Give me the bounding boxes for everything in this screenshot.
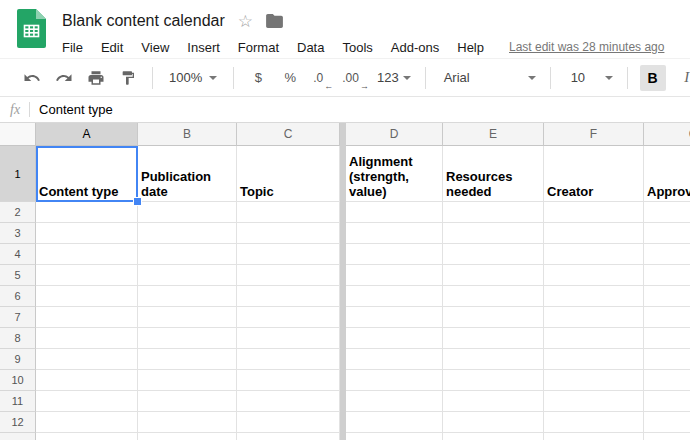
format-percent-button[interactable]: % bbox=[278, 65, 302, 91]
cell-A2[interactable] bbox=[36, 202, 138, 223]
cell-D5[interactable] bbox=[346, 265, 443, 286]
column-header-A[interactable]: A bbox=[36, 123, 138, 146]
cell-F10[interactable] bbox=[544, 370, 644, 391]
cell-D11[interactable] bbox=[346, 391, 443, 412]
cell-G5[interactable] bbox=[644, 265, 690, 286]
cell-D4[interactable] bbox=[346, 244, 443, 265]
cell-F4[interactable] bbox=[544, 244, 644, 265]
cell-E2[interactable] bbox=[443, 202, 544, 223]
cell-C3[interactable] bbox=[237, 223, 340, 244]
formula-input[interactable]: Content type bbox=[39, 102, 113, 117]
cell-C6[interactable] bbox=[237, 286, 340, 307]
select-all-corner[interactable] bbox=[0, 123, 36, 146]
redo-button[interactable] bbox=[52, 65, 76, 91]
cell-E9[interactable] bbox=[443, 349, 544, 370]
cell-A9[interactable] bbox=[36, 349, 138, 370]
cell-E6[interactable] bbox=[443, 286, 544, 307]
row-header-partial[interactable] bbox=[0, 433, 36, 440]
cell-E[interactable] bbox=[443, 433, 544, 440]
cell-E7[interactable] bbox=[443, 307, 544, 328]
print-button[interactable] bbox=[84, 65, 108, 91]
cell-C4[interactable] bbox=[237, 244, 340, 265]
font-size-select[interactable]: 10 bbox=[563, 65, 615, 91]
cell-A6[interactable] bbox=[36, 286, 138, 307]
document-title[interactable]: Blank content calendar bbox=[62, 11, 225, 31]
cell-B12[interactable] bbox=[138, 412, 237, 433]
last-edit-link[interactable]: Last edit was 28 minutes ago bbox=[509, 40, 664, 54]
cell-C5[interactable] bbox=[237, 265, 340, 286]
cell-E4[interactable] bbox=[443, 244, 544, 265]
cell-B11[interactable] bbox=[138, 391, 237, 412]
cell-B2[interactable] bbox=[138, 202, 237, 223]
cell-F3[interactable] bbox=[544, 223, 644, 244]
paint-format-button[interactable] bbox=[116, 65, 140, 91]
cell-G3[interactable] bbox=[644, 223, 690, 244]
row-header-10[interactable]: 10 bbox=[0, 370, 36, 391]
cell-F12[interactable] bbox=[544, 412, 644, 433]
row-header-11[interactable]: 11 bbox=[0, 391, 36, 412]
cell-E8[interactable] bbox=[443, 328, 544, 349]
cell-C8[interactable] bbox=[237, 328, 340, 349]
cell-E10[interactable] bbox=[443, 370, 544, 391]
column-header-D[interactable]: D bbox=[346, 123, 443, 146]
italic-button[interactable]: I bbox=[674, 65, 690, 91]
cell-G2[interactable] bbox=[644, 202, 690, 223]
cell-E11[interactable] bbox=[443, 391, 544, 412]
undo-button[interactable] bbox=[20, 65, 44, 91]
decrease-decimal-button[interactable]: .0← bbox=[310, 65, 334, 91]
folder-icon[interactable] bbox=[266, 14, 283, 28]
row-header-7[interactable]: 7 bbox=[0, 307, 36, 328]
cell-D12[interactable] bbox=[346, 412, 443, 433]
cell-B3[interactable] bbox=[138, 223, 237, 244]
cell-D7[interactable] bbox=[346, 307, 443, 328]
cell-C[interactable] bbox=[237, 433, 340, 440]
cell-B9[interactable] bbox=[138, 349, 237, 370]
cell-D[interactable] bbox=[346, 433, 443, 440]
menu-edit[interactable]: Edit bbox=[92, 38, 132, 57]
cell-C7[interactable] bbox=[237, 307, 340, 328]
cell-F5[interactable] bbox=[544, 265, 644, 286]
menu-file[interactable]: File bbox=[62, 38, 92, 57]
row-header-3[interactable]: 3 bbox=[0, 223, 36, 244]
cell-F6[interactable] bbox=[544, 286, 644, 307]
cell-F2[interactable] bbox=[544, 202, 644, 223]
row-header-2[interactable]: 2 bbox=[0, 202, 36, 223]
font-family-select[interactable]: Arial bbox=[438, 65, 538, 91]
cell-B6[interactable] bbox=[138, 286, 237, 307]
cell-G7[interactable] bbox=[644, 307, 690, 328]
cell-G9[interactable] bbox=[644, 349, 690, 370]
cell-A[interactable] bbox=[36, 433, 138, 440]
cell-G[interactable] bbox=[644, 433, 690, 440]
cell-C11[interactable] bbox=[237, 391, 340, 412]
column-header-E[interactable]: E bbox=[443, 123, 544, 146]
cell-G4[interactable] bbox=[644, 244, 690, 265]
cell-A12[interactable] bbox=[36, 412, 138, 433]
cell-A8[interactable] bbox=[36, 328, 138, 349]
cell-D1[interactable]: Alignment (strength, value) bbox=[346, 146, 443, 202]
cell-B1[interactable]: Publication date bbox=[138, 146, 237, 202]
cell-A3[interactable] bbox=[36, 223, 138, 244]
cell-G6[interactable] bbox=[644, 286, 690, 307]
cell-C1[interactable]: Topic bbox=[237, 146, 340, 202]
cell-A4[interactable] bbox=[36, 244, 138, 265]
cell-D2[interactable] bbox=[346, 202, 443, 223]
sheets-logo[interactable] bbox=[0, 0, 62, 48]
menu-data[interactable]: Data bbox=[288, 38, 333, 57]
cell-G1[interactable]: Approver bbox=[644, 146, 690, 202]
cell-A10[interactable] bbox=[36, 370, 138, 391]
cell-E1[interactable]: Resources needed bbox=[443, 146, 544, 202]
cell-F8[interactable] bbox=[544, 328, 644, 349]
column-header-G[interactable]: G bbox=[644, 123, 690, 146]
fill-handle[interactable] bbox=[133, 197, 142, 206]
cell-B8[interactable] bbox=[138, 328, 237, 349]
column-header-F[interactable]: F bbox=[544, 123, 644, 146]
column-header-C[interactable]: C bbox=[237, 123, 340, 146]
menu-insert[interactable]: Insert bbox=[178, 38, 229, 57]
cell-D6[interactable] bbox=[346, 286, 443, 307]
cell-F11[interactable] bbox=[544, 391, 644, 412]
cell-A5[interactable] bbox=[36, 265, 138, 286]
cell-C12[interactable] bbox=[237, 412, 340, 433]
cell-F[interactable] bbox=[544, 433, 644, 440]
cell-C9[interactable] bbox=[237, 349, 340, 370]
zoom-select[interactable]: 100% bbox=[165, 65, 221, 91]
